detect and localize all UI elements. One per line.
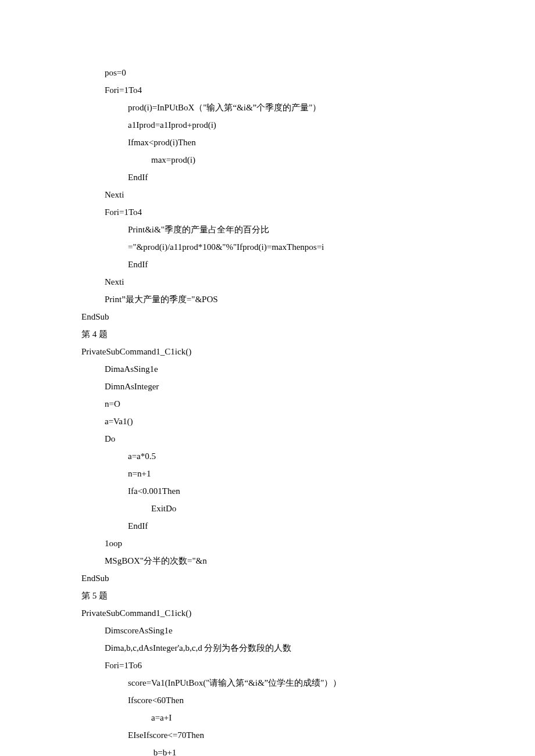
code-line: Ifscore<60Then xyxy=(81,691,454,709)
code-line: Fori=1To4 xyxy=(81,81,454,99)
code-line: PrivateSubCommand1_C1ick() xyxy=(81,604,454,622)
code-line: 第 4 题 xyxy=(81,325,454,343)
code-line: prod(i)=InPUtBoX（"输入第“&i&”个季度的产量"） xyxy=(81,99,454,116)
code-line: a=a*0.5 xyxy=(81,447,454,465)
code-line: EndSub xyxy=(81,569,454,587)
code-line: a1Iprod=a1Iprod+prod(i) xyxy=(81,116,454,134)
code-line: n=O xyxy=(81,395,454,413)
code-listing: pos=0Fori=1To4prod(i)=InPUtBoX（"输入第“&i&”… xyxy=(81,64,454,756)
code-line: EIseIfscore<=70Then xyxy=(81,726,454,744)
document-page: pos=0Fori=1To4prod(i)=InPUtBoX（"输入第“&i&”… xyxy=(0,0,535,756)
code-line: DimscoreAsSing1e xyxy=(81,622,454,639)
code-line: EndIf xyxy=(81,517,454,535)
code-line: Dima,b,c,dAsInteger'a,b,c,d 分别为各分数段的人数 xyxy=(81,639,454,657)
code-line: 1oop xyxy=(81,535,454,552)
code-line: Fori=1To6 xyxy=(81,657,454,674)
code-line: Fori=1To4 xyxy=(81,203,454,221)
code-line: a=Va1() xyxy=(81,413,454,430)
code-line: EndIf xyxy=(81,169,454,186)
code-line: max=prod(i) xyxy=(81,151,454,169)
code-line: n=n+1 xyxy=(81,465,454,482)
code-line: PrivateSubCommand1_C1ick() xyxy=(81,343,454,360)
code-line: Nexti xyxy=(81,186,454,203)
code-line: score=Va1(InPUtBox("请输入第“&i&”位学生的成绩"）） xyxy=(81,674,454,691)
code-line: EndSub xyxy=(81,308,454,325)
code-line: EndIf xyxy=(81,256,454,273)
code-line: a=a+I xyxy=(81,709,454,726)
code-line: DimnAsInteger xyxy=(81,378,454,395)
code-line: ="&prod(i)/a11prod*100&"%"Ifprod(i)=maxT… xyxy=(81,238,454,256)
code-line: b=b+1 xyxy=(81,744,454,756)
code-line: Print”最大产量的季度="&POS xyxy=(81,291,454,308)
code-line: Nexti xyxy=(81,273,454,291)
code-line: DimaAsSing1e xyxy=(81,360,454,378)
code-line: Ifa<0.001Then xyxy=(81,482,454,500)
code-line: Ifmax<prod(i)Then xyxy=(81,134,454,151)
code-line: pos=0 xyxy=(81,64,454,81)
code-line: MSgBOX"分半的次数="&n xyxy=(81,552,454,569)
code-line: Print&i&"季度的产量占全年的百分比 xyxy=(81,221,454,238)
code-line: 第 5 题 xyxy=(81,587,454,604)
code-line: Do xyxy=(81,430,454,447)
code-line: ExitDo xyxy=(81,500,454,517)
